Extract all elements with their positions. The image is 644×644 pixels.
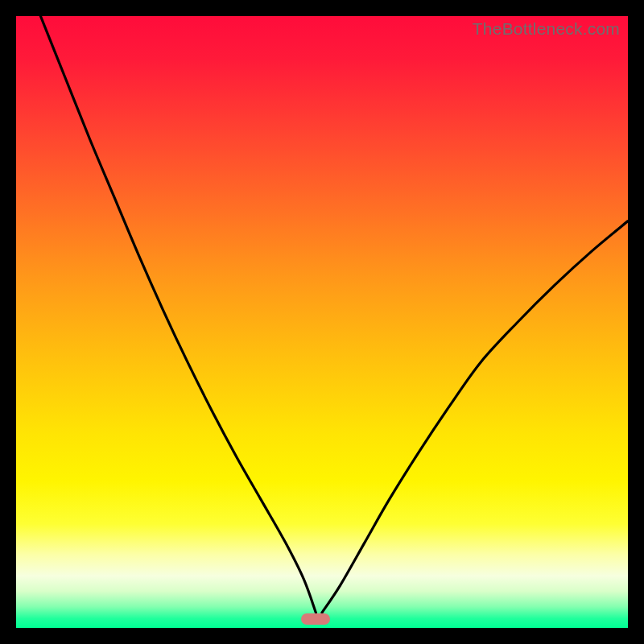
chart-frame: TheBottleneck.com — [0, 0, 644, 644]
optimum-marker — [301, 613, 330, 625]
watermark-text: TheBottleneck.com — [473, 19, 620, 39]
plot-area: TheBottleneck.com — [16, 16, 628, 628]
bottleneck-curve — [16, 16, 628, 628]
